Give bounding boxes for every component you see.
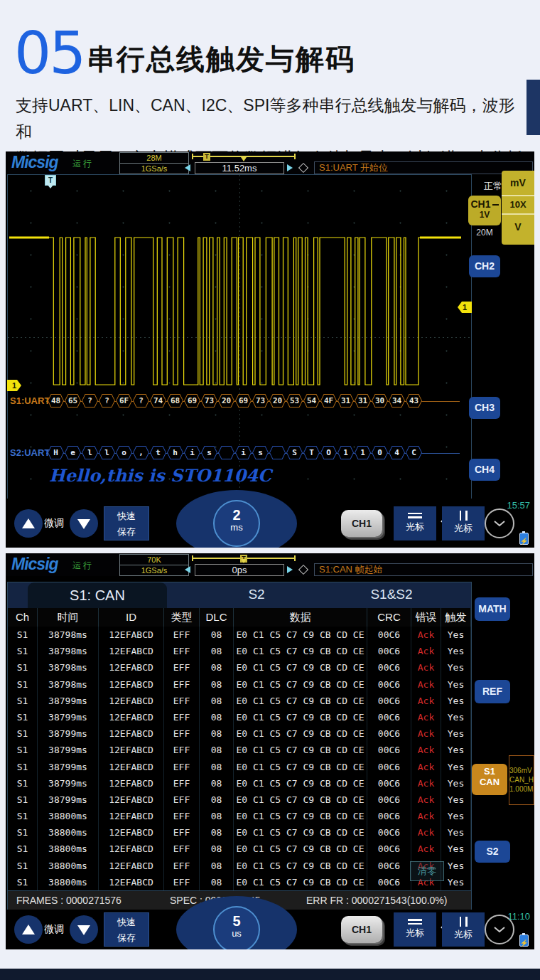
timebase-ruler[interactable]: T [192, 153, 296, 161]
cell-ch: S1 [8, 841, 38, 857]
collapse-menu-button[interactable] [485, 508, 514, 538]
cell-type: EFF [164, 659, 200, 676]
cell-trig: Yes [441, 759, 471, 775]
page-footer-bar [0, 969, 540, 980]
cell-ch: S1 [8, 643, 38, 659]
cell-trig: Yes [441, 709, 471, 725]
channel1-button[interactable]: CH1 1V [468, 196, 501, 225]
scope2-top-bar: Micsig 运行 70K 1GSa/s T 0ps S1:CAN 帧起始 [6, 553, 534, 576]
trigger-setting[interactable]: S1:CAN 帧起始 [314, 563, 533, 576]
horizontal-position[interactable]: 11.52ms [195, 162, 284, 174]
unit-v[interactable]: V [502, 215, 534, 239]
table-row: S138800ms12EFABCDEFF08E0 C1 C5 C7 C9 CB … [8, 824, 471, 841]
decode-byte: 73 [201, 394, 217, 408]
frames-count: FRAMES : 0000271576 [16, 891, 122, 910]
s1-can-button[interactable]: S1 CAN [472, 764, 507, 795]
decode-byte [218, 446, 234, 459]
s2-button[interactable]: S2 [475, 841, 510, 863]
clear-zero-button[interactable]: 清零 [410, 861, 444, 881]
probe-attenuation[interactable]: 10X [502, 195, 534, 215]
s1-baudrate: 1.000M [509, 784, 534, 794]
cell-type: EFF [164, 693, 200, 709]
decode-byte: H [48, 446, 64, 459]
channel-select-button[interactable]: CH1 [341, 916, 382, 943]
horizontal-cursor-button[interactable]: 光标 [394, 506, 436, 540]
vertical-cursor-button[interactable]: 光标 [442, 506, 485, 540]
math-button[interactable]: MATH [475, 597, 510, 621]
s1-threshold: 306mV [509, 766, 534, 775]
fine-tune-up-button[interactable] [14, 509, 43, 538]
col-id: ID [99, 608, 164, 627]
cell-data: E0 C1 C5 C7 C9 CB CD CE [234, 824, 367, 841]
cell-dlc: 08 [200, 676, 234, 693]
cell-crc: 00C6 [367, 792, 411, 808]
cell-data: E0 C1 C5 C7 C9 CB CD CE [234, 742, 367, 758]
cell-crc: 00C6 [367, 693, 411, 709]
memory-sample-box[interactable]: 28M 1GSa/s [119, 152, 189, 174]
timebase-knob[interactable]: 5 us [213, 906, 260, 949]
can-table-body: S138798ms12EFABCDEFF08E0 C1 C5 C7 C9 CB … [8, 627, 471, 890]
horizontal-cursor-button[interactable]: 光标 [394, 912, 436, 947]
ruler-trigger-marker[interactable]: T [203, 153, 210, 161]
decode-byte: 31 [338, 394, 354, 408]
quick-save-button[interactable]: 快速 保存 [104, 912, 149, 947]
scope1-bottom-bar: 微调 快速 保存 2 ms CH1 光标 光标 [6, 499, 534, 548]
decode-byte: 48 [48, 394, 64, 408]
sample-rate: 1GSa/s [120, 565, 188, 575]
ruler-right-bracket [294, 154, 296, 159]
cell-err: Ack [411, 676, 441, 693]
cell-ch: S1 [8, 858, 38, 874]
trigger-setting[interactable]: S1:UART 开始位 [314, 161, 533, 174]
cell-ch: S1 [8, 792, 38, 808]
cell-id: 12EFABCD [99, 643, 164, 659]
decode-byte: 54 [303, 394, 320, 408]
memory-sample-box[interactable]: 70K 1GSa/s [119, 554, 189, 576]
cell-trig: Yes [441, 792, 471, 808]
col-dlc: DLC [200, 608, 234, 627]
cell-id: 12EFABCD [99, 775, 164, 792]
fine-tune-down-button[interactable] [70, 509, 98, 538]
hpos-left-arrow-icon[interactable] [185, 566, 190, 573]
cell-dlc: 08 [200, 808, 234, 824]
s2-decode-bytes: Hello,thisisSTO1104C [48, 446, 422, 459]
unit-mv[interactable]: mV [502, 171, 534, 195]
table-row: S138799ms12EFABCDEFF08E0 C1 C5 C7 C9 CB … [8, 742, 471, 758]
ref-button[interactable]: REF [475, 680, 510, 703]
decode-byte: 68 [167, 394, 183, 408]
cell-crc: 00C6 [367, 775, 411, 792]
fine-tune-down-button[interactable] [70, 915, 98, 944]
hpos-right-arrow-icon[interactable] [287, 164, 293, 171]
col-data: 数据 [234, 608, 367, 627]
tab-s2[interactable]: S2 [214, 582, 299, 608]
quick-save-button[interactable]: 快速 保存 [104, 506, 149, 540]
tab-s1-and-s2[interactable]: S1&S2 [342, 582, 441, 608]
channel2-button[interactable]: CH2 [469, 255, 500, 277]
vertical-unit-selector[interactable]: mV 10X V [502, 171, 534, 245]
vertical-cursor-button[interactable]: 光标 [442, 912, 485, 947]
cell-err: Ack [411, 759, 441, 775]
channel4-button[interactable]: CH4 [469, 459, 500, 481]
hpos-right-arrow-icon[interactable] [287, 566, 293, 573]
cell-crc: 00C6 [367, 659, 411, 676]
timebase-knob[interactable]: 2 ms [213, 500, 260, 547]
cell-err: Ack [411, 725, 441, 742]
timebase-unit: ms [215, 523, 259, 533]
fine-tune-up-button[interactable] [14, 915, 43, 944]
hpos-left-arrow-icon[interactable] [185, 164, 190, 171]
tab-s1-can[interactable]: S1: CAN [28, 582, 167, 608]
section-number: 05 [14, 24, 84, 82]
error-frames-count: ERR FR : 0000271543(100.0%) [306, 891, 447, 910]
dc-coupling-icon [492, 204, 499, 206]
horizontal-position[interactable]: 0ps [195, 564, 284, 576]
channel3-button[interactable]: CH3 [469, 397, 500, 419]
cell-time: 38799ms [38, 742, 99, 758]
cell-err: Ack [411, 808, 441, 824]
table-row: S138800ms12EFABCDEFF08E0 C1 C5 C7 C9 CB … [8, 874, 471, 890]
channel-select-button[interactable]: CH1 [341, 510, 382, 537]
decode-byte: 73 [252, 394, 269, 408]
cursor-v-label: 光标 [454, 523, 472, 533]
cell-ch: S1 [8, 693, 38, 709]
timebase-ruler[interactable]: T [192, 555, 296, 563]
cell-time: 38798ms [38, 627, 99, 643]
timebase-control[interactable]: 2 ms [176, 490, 297, 548]
